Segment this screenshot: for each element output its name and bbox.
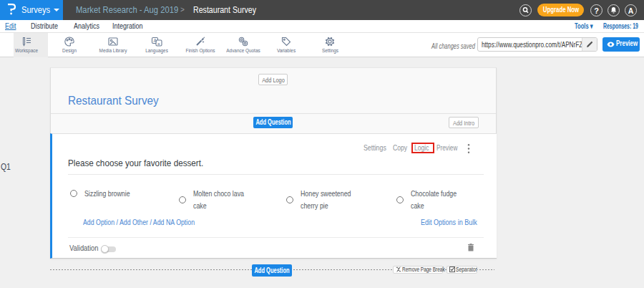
svg-text:A: A xyxy=(153,38,157,43)
